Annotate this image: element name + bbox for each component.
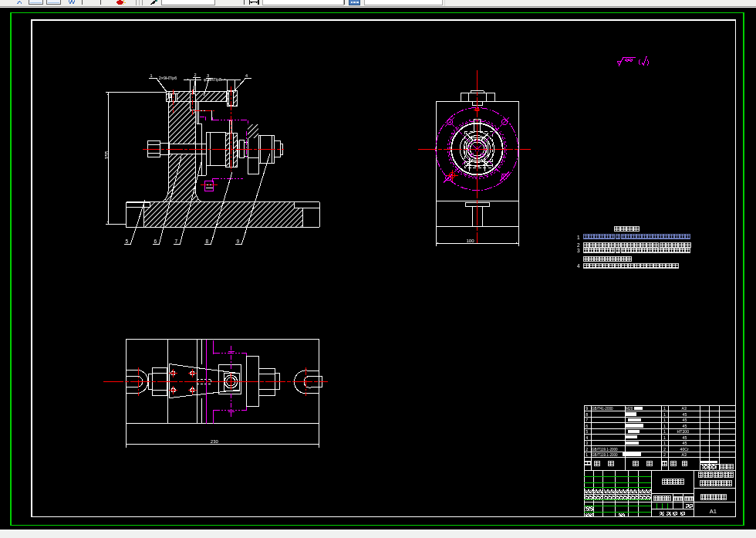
svg-text:1: 1 bbox=[663, 424, 666, 428]
svg-text:1: 1 bbox=[577, 235, 580, 240]
svg-text:1: 1 bbox=[586, 452, 588, 457]
svg-text:A3: A3 bbox=[682, 452, 687, 457]
svg-text:2: 2 bbox=[586, 447, 588, 452]
svg-text:1: 1 bbox=[663, 412, 666, 417]
svg-text:4: 4 bbox=[577, 263, 580, 269]
svg-text:155: 155 bbox=[104, 151, 110, 159]
svg-text:1: 1 bbox=[663, 406, 666, 411]
svg-text:100: 100 bbox=[467, 239, 475, 243]
svg-text:4: 4 bbox=[586, 435, 588, 440]
svg-text:A1: A1 bbox=[710, 508, 717, 515]
svg-text:1: 1 bbox=[663, 441, 666, 445]
svg-text:45: 45 bbox=[683, 435, 687, 440]
svg-text:2: 2 bbox=[577, 242, 580, 248]
svg-text:A3: A3 bbox=[682, 406, 687, 411]
svg-text:6: 6 bbox=[154, 239, 157, 244]
svg-text:2: 2 bbox=[194, 73, 197, 77]
svg-text:GB/T119.1-2000: GB/T119.1-2000 bbox=[592, 448, 618, 452]
svg-text:45: 45 bbox=[683, 441, 687, 445]
svg-text:45: 45 bbox=[683, 424, 687, 428]
svg-text:5: 5 bbox=[126, 239, 129, 244]
svg-text:4: 4 bbox=[245, 73, 248, 78]
svg-text:40Cr: 40Cr bbox=[680, 447, 690, 452]
svg-text:230: 230 bbox=[211, 439, 219, 444]
svg-text:7: 7 bbox=[586, 418, 588, 422]
svg-text:8: 8 bbox=[206, 239, 209, 244]
svg-text:φ18H7/p8: φ18H7/p8 bbox=[204, 77, 221, 82]
svg-text:1: 1 bbox=[150, 73, 153, 78]
svg-text:5: 5 bbox=[586, 429, 588, 434]
svg-text:7: 7 bbox=[175, 239, 178, 244]
svg-text:9: 9 bbox=[237, 239, 240, 244]
svg-text:9: 9 bbox=[586, 406, 588, 411]
svg-text:HT200: HT200 bbox=[677, 429, 690, 434]
svg-text:1: 1 bbox=[663, 429, 666, 434]
svg-text:8: 8 bbox=[586, 412, 588, 417]
svg-text:2: 2 bbox=[663, 452, 666, 457]
svg-text:2×9H7/p6: 2×9H7/p6 bbox=[159, 76, 177, 80]
svg-text:45: 45 bbox=[683, 418, 687, 422]
svg-text:1: 1 bbox=[663, 435, 666, 440]
svg-text:2: 2 bbox=[663, 447, 666, 452]
svg-text:3: 3 bbox=[586, 441, 588, 445]
svg-text:GB/T41-2000: GB/T41-2000 bbox=[592, 407, 613, 411]
svg-text:1: 1 bbox=[663, 418, 666, 422]
svg-text:M20: M20 bbox=[626, 407, 633, 411]
svg-text:6: 6 bbox=[586, 424, 588, 428]
svg-text:3: 3 bbox=[577, 248, 580, 253]
svg-text:45: 45 bbox=[683, 412, 687, 417]
svg-text:GB/T119.1-2000: GB/T119.1-2000 bbox=[592, 453, 618, 457]
